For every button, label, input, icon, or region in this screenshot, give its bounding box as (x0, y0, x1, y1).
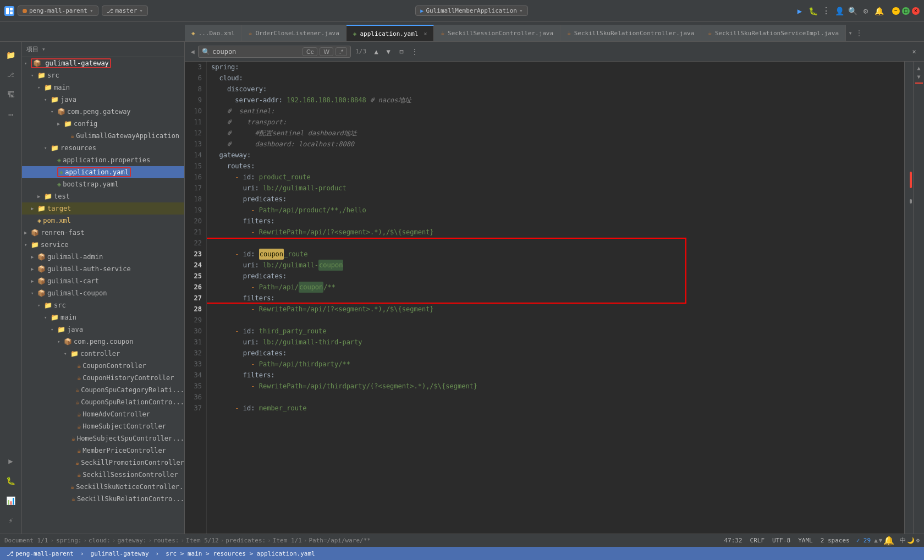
search-everywhere-button[interactable]: 🔍 (848, 7, 857, 15)
settings-button[interactable]: ⚙ (861, 7, 870, 15)
tree-item-app-properties[interactable]: ◈ application.properties (22, 154, 184, 166)
sidebar-icon-structure[interactable]: 🏗 (2, 86, 20, 103)
search-icon: 🔍 (202, 48, 210, 56)
bottom-project[interactable]: ⎇ peng-mall-parent (4, 550, 76, 557)
code-line-28: - RewritePath=/api/(?<segment>.*),/$\{se… (211, 304, 904, 315)
whole-word-btn[interactable]: W (320, 47, 333, 56)
tree-item-pom-xml[interactable]: ◈ pom.xml (22, 215, 184, 227)
code-line-3: spring: (211, 62, 904, 73)
tree-item-coupon-spu-cat[interactable]: ☕ CouponSpuCategoryRelati... (22, 384, 184, 396)
sidebar-icon-more[interactable]: ⋯ (2, 106, 20, 123)
status-notifications[interactable]: 🔔 (883, 535, 894, 546)
case-sensitive-btn[interactable]: Cc (302, 47, 317, 56)
tree-item-java[interactable]: ▾ 📁 java (22, 94, 184, 106)
tree-item-gulimall-cart[interactable]: ▶ 📦 gulimall-cart (22, 275, 184, 287)
tree-item-coupon-main[interactable]: ▾ 📁 main (22, 311, 184, 323)
yaml-file-icon2: ◈ (57, 180, 61, 188)
bottom-module[interactable]: gulimall-gateway (89, 550, 151, 557)
tree-item-seckill-sku-notice[interactable]: ☕ SeckillSkuNoticeController... (22, 481, 184, 493)
tree-item-gulimall-gateway[interactable]: ▾ 📦 gulimall-gateway (22, 57, 184, 69)
search-input[interactable] (212, 48, 300, 56)
tree-item-renren-fast[interactable]: ▶ 📦 renren-fast (22, 227, 184, 239)
tab-order-close[interactable]: ☕ OrderCloseListener.java (242, 25, 346, 41)
branch-badge[interactable]: ⎇ master ▾ (102, 6, 148, 16)
run-config-badge[interactable]: ▶ GulimallMemberApplication ▾ (415, 6, 527, 16)
sidebar-icon-git[interactable]: ⎇ (2, 66, 20, 84)
code-content[interactable]: spring: cloud: discovery: server-addr: 1… (207, 62, 904, 534)
tree-item-config[interactable]: ▶ 📁 config (22, 118, 184, 130)
tree-item-resources[interactable]: ▾ 📁 resources (22, 142, 184, 154)
tab-dao-xml[interactable]: ◈ ...Dao.xml (185, 25, 242, 41)
profile-button[interactable]: 👤 (835, 7, 844, 15)
tree-item-coupon-history-ctrl[interactable]: ☕ CouponHistoryController (22, 372, 184, 384)
notifications-button[interactable]: 🔔 (875, 7, 883, 15)
tree-item-coupon-ctrl[interactable]: ☕ CouponController (22, 360, 184, 372)
code-line-29 (211, 315, 904, 326)
search-prev-btn[interactable]: ▲ (371, 46, 382, 57)
more-button[interactable]: ⋮ (822, 7, 831, 15)
tree-item-gateway-app[interactable]: ☕ GulimallGatewayApplication (22, 130, 184, 142)
prev-search-result[interactable]: ◀ (189, 48, 196, 55)
bottom-path[interactable]: src > main > resources > application.yam… (163, 550, 317, 557)
close-button[interactable]: × (912, 7, 920, 15)
tab-seckill-sku-relation[interactable]: ☕ SeckillSkuRelationController.java (560, 25, 701, 41)
tree-item-target[interactable]: ▶ 📁 target (22, 202, 184, 215)
tab-scroll-more[interactable]: ▾ (846, 25, 855, 41)
search-nav: ▲ ▼ (371, 46, 394, 57)
tree-item-app-yaml[interactable]: ◈ application.yaml (22, 166, 184, 178)
tree-item-package-gateway[interactable]: ▾ 📦 com.peng.gateway (22, 106, 184, 118)
tab-seckill-session[interactable]: ☕ SeckillSessionController.java (434, 25, 560, 41)
tree-item-seckill-session[interactable]: ☕ SeckillSessionController (22, 469, 184, 481)
tree-item-gulimall-coupon[interactable]: ▾ 📦 gulimall-coupon (22, 287, 184, 299)
tab-close-icon[interactable]: × (424, 31, 427, 37)
tree-item-test[interactable]: ▶ 📁 test (22, 190, 184, 202)
tree-item-coupon-spu-rel[interactable]: ☕ CouponSpuRelationContro... (22, 396, 184, 408)
tree-item-gulimall-auth[interactable]: ▶ 📦 gulimall-auth-service (22, 263, 184, 275)
sidebar-icon-run[interactable]: ▶ (2, 452, 20, 470)
search-next-btn[interactable]: ▼ (383, 46, 394, 57)
tree-item-service[interactable]: ▾ 📁 service (22, 239, 184, 251)
tree-item-home-subject-spu[interactable]: ☕ HomeSubjectSpuController... (22, 432, 184, 444)
mini-scrollbar[interactable] (904, 62, 913, 534)
tab-seckill-sku-service[interactable]: ☕ SeckillSkuRelationServiceImpl.java (701, 25, 846, 41)
folder-icon: 📁 (44, 193, 52, 200)
status-position[interactable]: 47:32 (721, 537, 745, 544)
tree-item-bootstrap-yaml[interactable]: ◈ bootstrap.yaml (22, 178, 184, 190)
tree-item-src[interactable]: ▾ 📁 src (22, 69, 184, 81)
tree-item-home-adv[interactable]: ☕ HomeAdvController (22, 408, 184, 420)
sidebar-icon-debug[interactable]: 🐛 (2, 472, 20, 490)
search-more-btn[interactable]: ⋮ (409, 46, 420, 57)
search-close-btn[interactable]: × (909, 46, 920, 57)
maximize-button[interactable]: □ (902, 7, 910, 15)
sidebar-icon-folder[interactable]: 📁 (2, 46, 20, 64)
status-indent[interactable]: 2 spaces (817, 537, 853, 544)
tab-overflow-menu[interactable]: ⋮ (855, 25, 864, 41)
tab-application-yaml[interactable]: ◈ application.yaml × (346, 25, 435, 41)
file-tree-content[interactable]: ▾ 📦 gulimall-gateway ▾ 📁 src ▾ 📁 main (22, 57, 184, 534)
tree-item-home-subject[interactable]: ☕ HomeSubjectController (22, 420, 184, 432)
status-encoding[interactable]: UTF-8 (769, 537, 794, 544)
search-filter-btn[interactable]: ⊟ (396, 46, 407, 57)
tree-item-seckill-promo[interactable]: ☕ SeckillPromotionController (22, 457, 184, 469)
tree-item-seckill-sku-rel[interactable]: ☕ SeckillSkuRelationContro... (22, 493, 184, 505)
tree-item-controller[interactable]: ▾ 📁 controller (22, 348, 184, 360)
regex-btn[interactable]: .* (336, 47, 347, 56)
run-button[interactable]: ▶ (795, 7, 804, 15)
tree-item-coupon-src[interactable]: ▾ 📁 src (22, 299, 184, 311)
module-icon3: 📦 (37, 253, 46, 261)
right-panel-btn-2[interactable]: ▼ (915, 73, 923, 80)
minimize-button[interactable]: − (892, 7, 900, 15)
status-lang[interactable]: YAML (795, 537, 816, 544)
sidebar-icon-services[interactable]: ⚡ (2, 512, 20, 529)
tree-item-member-price[interactable]: ☕ MemberPriceController (22, 444, 184, 457)
status-crlf[interactable]: CRLF (747, 537, 768, 544)
debug-button[interactable]: 🐛 (809, 7, 817, 15)
tree-item-gulimall-admin[interactable]: ▶ 📦 gulimall-admin (22, 251, 184, 263)
tree-item-package-coupon[interactable]: ▾ 📦 com.peng.coupon (22, 336, 184, 348)
sidebar-icon-profiler[interactable]: 📊 (2, 492, 20, 509)
right-panel-btn-1[interactable]: ▲ (915, 64, 923, 72)
tree-item-main[interactable]: ▾ 📁 main (22, 81, 184, 94)
project-badge[interactable]: peng-mall-parent ▾ (18, 6, 98, 16)
tree-item-coupon-java[interactable]: ▾ 📁 java (22, 323, 184, 336)
status-line-count: ✓ 29 (854, 537, 873, 544)
